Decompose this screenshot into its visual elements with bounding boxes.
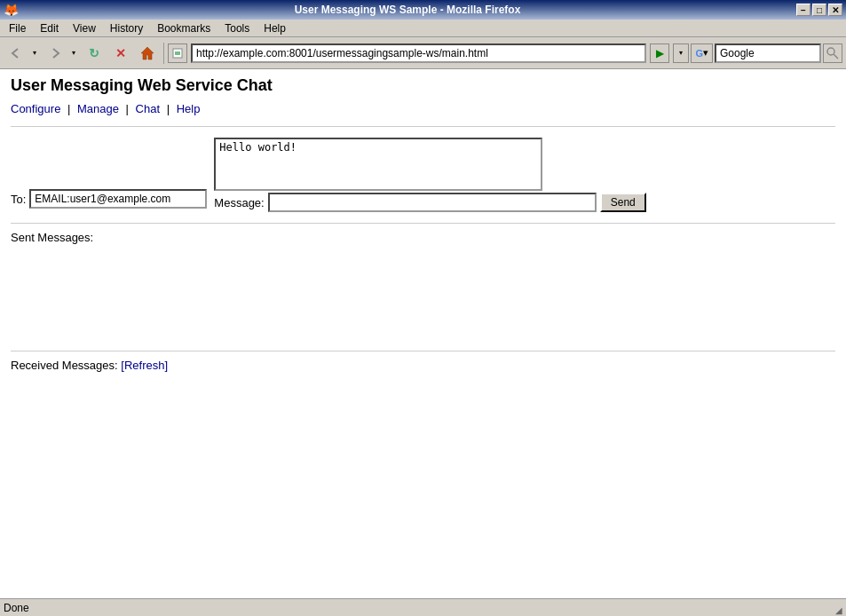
refresh-link[interactable]: [Refresh] xyxy=(121,359,168,372)
svg-rect-1 xyxy=(173,49,182,58)
stop-button[interactable]: ✕ xyxy=(108,41,133,66)
svg-point-2 xyxy=(827,48,834,55)
window-controls: − □ ✕ xyxy=(796,4,842,16)
nav-sep-1: | xyxy=(67,102,74,115)
status-text: Done xyxy=(4,602,828,614)
title-bar: 🦊 User Messaging WS Sample - Mozilla Fir… xyxy=(0,0,846,20)
back-dropdown[interactable]: ▾ xyxy=(28,41,41,66)
message-form: To: Hello world! Message: Send xyxy=(11,138,835,212)
send-button[interactable]: Send xyxy=(600,193,646,212)
firefox-icon: 🦊 xyxy=(4,3,19,17)
status-bar: Done ◢ xyxy=(0,598,846,616)
minimize-button[interactable]: − xyxy=(796,4,810,16)
address-icon xyxy=(168,43,187,63)
toolbar-separator xyxy=(163,43,164,64)
menu-edit[interactable]: Edit xyxy=(33,20,66,36)
menu-history[interactable]: History xyxy=(103,20,150,36)
search-input[interactable] xyxy=(715,43,821,63)
message-textarea[interactable]: Hello world! xyxy=(214,138,542,191)
received-messages-section: Received Messages: [Refresh] xyxy=(11,359,835,372)
search-engine-button[interactable]: G▾ xyxy=(691,43,713,63)
menu-file[interactable]: File xyxy=(2,20,33,36)
nav-divider xyxy=(11,126,835,127)
menu-bookmarks[interactable]: Bookmarks xyxy=(150,20,217,36)
search-area: G▾ xyxy=(691,43,842,63)
go-button[interactable]: ▶ xyxy=(650,43,669,63)
svg-marker-0 xyxy=(141,47,154,59)
forward-btn-group: ▾ xyxy=(43,41,80,66)
to-label: To: xyxy=(11,193,26,206)
nav-configure[interactable]: Configure xyxy=(11,102,60,115)
menu-view[interactable]: View xyxy=(66,20,103,36)
address-bar: ▶ ▾ xyxy=(168,43,689,63)
message-label: Message: xyxy=(214,196,264,209)
search-engine-icon: G xyxy=(695,48,703,59)
address-dropdown[interactable]: ▾ xyxy=(673,43,689,63)
resize-handle[interactable]: ◢ xyxy=(828,601,842,615)
to-row: To: xyxy=(11,189,207,212)
nav-sep-2: | xyxy=(126,102,132,115)
to-input[interactable] xyxy=(29,189,207,209)
url-input[interactable] xyxy=(191,43,646,63)
toolbar: ▾ ▾ ↻ ✕ ▶ ▾ G▾ xyxy=(0,37,846,69)
nav-manage[interactable]: Manage xyxy=(77,102,119,115)
maximize-button[interactable]: □ xyxy=(812,4,826,16)
message-area: Hello world! Message: Send xyxy=(214,138,645,212)
menu-help[interactable]: Help xyxy=(257,20,293,36)
form-divider xyxy=(11,223,835,224)
forward-dropdown[interactable]: ▾ xyxy=(67,41,80,66)
home-button[interactable] xyxy=(135,41,160,66)
back-btn-group: ▾ xyxy=(4,41,41,66)
svg-line-3 xyxy=(834,54,838,59)
received-messages-label: Received Messages: xyxy=(11,359,118,372)
search-button[interactable] xyxy=(823,43,842,63)
window-title: User Messaging WS Sample - Mozilla Firef… xyxy=(19,4,796,16)
page-title: User Messaging Web Service Chat xyxy=(11,76,835,95)
nav-links: Configure | Manage | Chat | Help xyxy=(11,102,835,115)
nav-sep-3: | xyxy=(167,102,173,115)
menu-bar: File Edit View History Bookmarks Tools H… xyxy=(0,20,846,37)
reload-button[interactable]: ↻ xyxy=(82,41,107,66)
content-area: User Messaging Web Service Chat Configur… xyxy=(0,69,846,598)
sent-messages-label: Sent Messages: xyxy=(11,231,835,244)
nav-help[interactable]: Help xyxy=(177,102,201,115)
back-button[interactable] xyxy=(4,41,28,66)
forward-button[interactable] xyxy=(43,41,67,66)
message-bottom-row: Message: Send xyxy=(214,193,645,212)
menu-tools[interactable]: Tools xyxy=(217,20,257,36)
sent-divider xyxy=(11,351,835,351)
nav-chat[interactable]: Chat xyxy=(136,102,160,115)
message-input-empty xyxy=(268,193,597,212)
close-button[interactable]: ✕ xyxy=(828,4,842,16)
